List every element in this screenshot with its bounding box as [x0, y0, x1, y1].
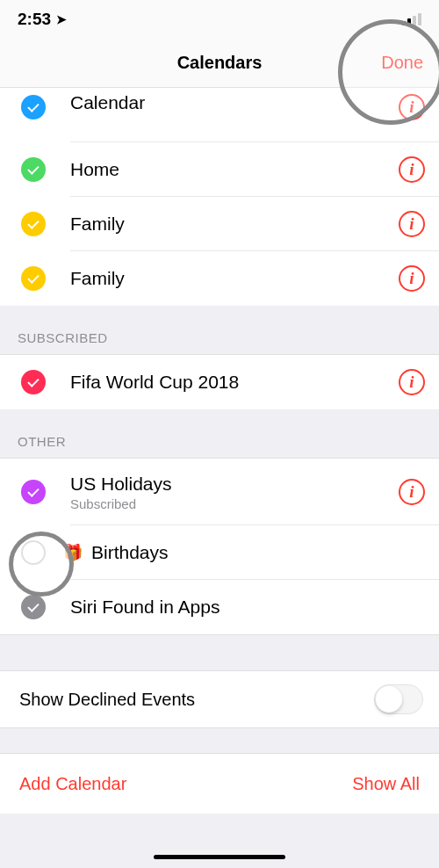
- show-declined-row[interactable]: Show Declined Events: [0, 671, 439, 727]
- calendar-row-family-2[interactable]: Family i: [0, 251, 439, 306]
- calendar-row-birthdays[interactable]: 🎁 Birthdays: [0, 525, 439, 580]
- calendar-row-home[interactable]: Home i: [0, 142, 439, 197]
- check-icon[interactable]: [21, 370, 46, 394]
- option-label: Show Declined Events: [19, 690, 195, 710]
- check-icon[interactable]: [21, 212, 46, 236]
- check-icon[interactable]: [21, 480, 46, 504]
- footer-toolbar: Add Calendar Show All: [0, 754, 439, 814]
- check-icon[interactable]: [21, 266, 46, 291]
- check-icon[interactable]: [21, 595, 46, 619]
- spacer: [0, 634, 439, 671]
- info-icon[interactable]: i: [399, 211, 425, 237]
- info-icon[interactable]: i: [399, 265, 425, 292]
- calendar-row-partial[interactable]: Calendar i: [0, 88, 439, 142]
- info-icon[interactable]: i: [399, 479, 425, 505]
- info-icon[interactable]: i: [399, 369, 425, 395]
- spacer: [0, 727, 439, 754]
- done-button[interactable]: Done: [381, 53, 423, 73]
- calendar-label: Calendar: [70, 92, 399, 113]
- gift-icon: 🎁: [63, 543, 83, 562]
- section-header-subscribed: SUBSCRIBED: [0, 306, 439, 355]
- show-all-button[interactable]: Show All: [352, 774, 420, 794]
- status-time: 2:53: [18, 10, 51, 29]
- calendar-label: Birthdays: [91, 542, 425, 563]
- calendar-label: Family: [70, 268, 399, 289]
- nav-header: Calendars Done: [0, 39, 439, 88]
- signal-icon: [402, 13, 421, 25]
- calendar-row-fifa[interactable]: Fifa World Cup 2018 i: [0, 355, 439, 409]
- calendar-row-siri[interactable]: Siri Found in Apps: [0, 580, 439, 634]
- section-header-other: OTHER: [0, 409, 439, 459]
- calendar-label: Fifa World Cup 2018: [70, 372, 399, 393]
- home-indicator[interactable]: [154, 855, 285, 859]
- calendar-row-family[interactable]: Family i: [0, 197, 439, 251]
- info-icon[interactable]: i: [399, 94, 425, 120]
- calendar-label: US Holidays: [70, 474, 399, 495]
- page-title: Calendars: [177, 53, 263, 73]
- calendar-label: Home: [70, 159, 399, 180]
- toggle-declined[interactable]: [374, 684, 423, 714]
- check-icon[interactable]: [21, 157, 46, 182]
- location-icon: ➤: [56, 12, 67, 26]
- check-icon-empty[interactable]: [21, 540, 46, 565]
- add-calendar-button[interactable]: Add Calendar: [19, 774, 126, 794]
- calendar-label: Siri Found in Apps: [70, 597, 425, 618]
- info-icon[interactable]: i: [399, 156, 425, 183]
- check-icon[interactable]: [21, 95, 46, 119]
- calendar-sublabel: Subscribed: [70, 496, 399, 511]
- calendar-label: Family: [70, 213, 399, 235]
- status-bar: 2:53 ➤: [0, 0, 439, 39]
- calendar-row-us-holidays[interactable]: US Holidays Subscribed i: [0, 459, 439, 525]
